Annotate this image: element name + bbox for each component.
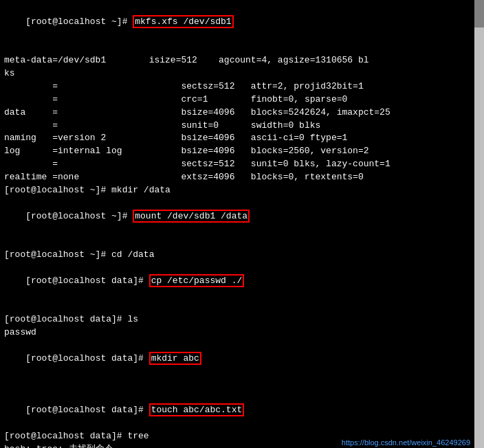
terminal-line: [root@localhost data]# ls (4, 313, 480, 326)
terminal-line: data = bsize=4096 blocks=5242624, imaxpc… (4, 107, 480, 120)
highlight-command: touch abc/abc.txt (149, 403, 245, 416)
terminal-line: [root@localhost ~]# cd /data (4, 249, 480, 262)
terminal-line: log =internal log bsize=4096 blocks=2560… (4, 145, 480, 158)
terminal-line: [root@localhost data]# touch abc/abc.txt (4, 391, 480, 430)
line-text: [root@localhost data]# cp /etc/passwd ./ (25, 274, 244, 287)
terminal-line: meta-data=/dev/sdb1 isize=512 agcount=4,… (4, 54, 480, 67)
highlight-command: mkdir abc (149, 352, 201, 365)
highlight-command: mkfs.xfs /dev/sdb1 (133, 15, 233, 28)
highlight-command: cp /etc/passwd ./ (149, 274, 245, 287)
annotation-2: 挂载到新建目录data下 (300, 197, 388, 210)
terminal-line: = sunit=0 swidth=0 blks (4, 120, 480, 133)
terminal-line: ks (4, 67, 480, 80)
terminal-line: [root@localhost ~]# mount /dev/sdb1 /dat… (4, 197, 480, 249)
terminal-line: [root@localhost ~]# mkfs.xfs /dev/sdb1 格… (4, 3, 480, 54)
annotation-3: 将/etc/passwd复制到当前目录 (300, 262, 419, 275)
terminal-line: [root@localhost ~]# mkdir /data (4, 184, 480, 197)
terminal: [root@localhost ~]# mkfs.xfs /dev/sdb1 格… (0, 0, 484, 448)
watermark: https://blog.csdn.net/weixin_46249269 (342, 438, 470, 447)
line-text: [root@localhost data]# mkdir abc (25, 352, 201, 365)
terminal-line: naming =version 2 bsize=4096 ascii-ci=0 … (4, 132, 480, 145)
line-text: [root@localhost ~]# mount /dev/sdb1 /dat… (25, 210, 250, 223)
terminal-line: = sectsz=512 sunit=0 blks, lazy-count=1 (4, 158, 480, 171)
terminal-line: = crc=1 finobt=0, sparse=0 (4, 93, 480, 107)
line-text: [root@localhost ~]# mkfs.xfs /dev/sdb1 (25, 15, 233, 28)
terminal-line: [root@localhost data]# mkdir abc 创建新目录和文… (4, 339, 480, 391)
scrollbar-thumb[interactable] (474, 0, 484, 27)
annotation-4: 创建新目录和文件 (300, 339, 371, 352)
terminal-line: [root@localhost data]# cp /etc/passwd ./… (4, 262, 480, 313)
scrollbar[interactable] (474, 0, 484, 448)
annotation-1: 格式化为xfs 文件系统类型 (300, 3, 403, 16)
terminal-line: realtime =none extsz=4096 blocks=0, rtex… (4, 171, 480, 184)
highlight-command: mount /dev/sdb1 /data (133, 210, 250, 223)
terminal-line: passwd (4, 326, 480, 339)
terminal-line: = sectsz=512 attr=2, projid32bit=1 (4, 80, 480, 93)
